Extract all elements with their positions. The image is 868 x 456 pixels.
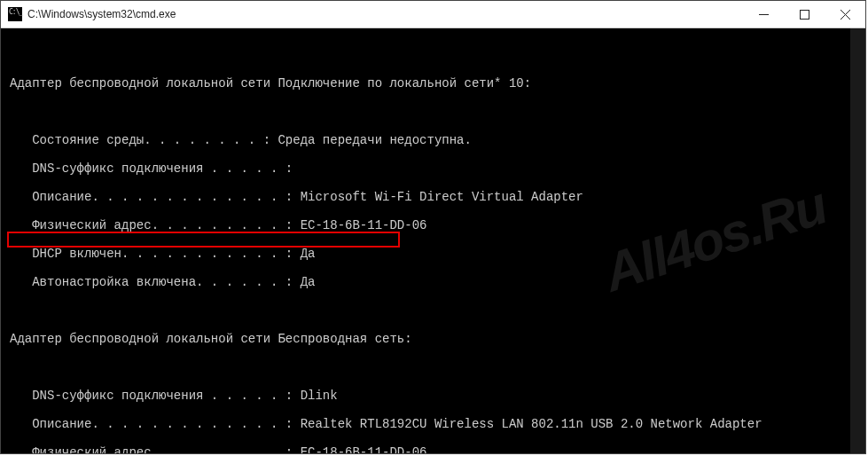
output-line: [10, 105, 862, 119]
adapter1-autoconf: Автонастройка включена. . . . . . : Да: [10, 275, 862, 289]
phys-value: EC-18-6B-11-DD-06: [301, 445, 427, 453]
svg-rect-1: [800, 10, 809, 19]
terminal-output[interactable]: Адаптер беспроводной локальной сети Подк…: [1, 28, 865, 453]
watermark: All4os.Ru: [604, 197, 826, 281]
output-line: [10, 303, 862, 318]
highlight-box: [7, 232, 400, 248]
adapter1-dhcp: DHCP включен. . . . . . . . . . . : Да: [10, 247, 862, 261]
cmd-window: C:\Windows\system32\cmd.exe Адаптер бесп…: [0, 0, 866, 454]
maximize-button[interactable]: [784, 1, 825, 28]
output-line: [10, 360, 862, 374]
adapter1-description: Описание. . . . . . . . . . . . . : Micr…: [10, 190, 862, 204]
close-button[interactable]: [825, 1, 865, 28]
titlebar: C:\Windows\system32\cmd.exe: [1, 1, 865, 28]
cmd-icon: [8, 7, 22, 21]
window-title: C:\Windows\system32\cmd.exe: [27, 8, 176, 20]
scrollbar[interactable]: [850, 28, 865, 453]
adapter1-header: Адаптер беспроводной локальной сети Подк…: [10, 76, 862, 90]
adapter2-header: Адаптер беспроводной локальной сети Бесп…: [10, 332, 862, 346]
adapter1-media-state: Состояние среды. . . . . . . . : Среда п…: [10, 133, 862, 147]
adapter1-phys-addr: Физический адрес. . . . . . . . . : EC-1…: [10, 218, 862, 232]
minimize-button[interactable]: [743, 1, 784, 28]
adapter2-phys-addr: Физический адрес. . . . . . . . . : EC-1…: [10, 445, 862, 453]
adapter2-description: Описание. . . . . . . . . . . . . : Real…: [10, 417, 862, 431]
phys-label: Физический адрес. . . . . . . . . :: [10, 445, 301, 453]
adapter2-dns-suffix: DNS-суффикс подключения . . . . . : Dlin…: [10, 389, 862, 403]
output-line: [10, 48, 862, 62]
adapter1-dns-suffix: DNS-суффикс подключения . . . . . :: [10, 161, 862, 176]
